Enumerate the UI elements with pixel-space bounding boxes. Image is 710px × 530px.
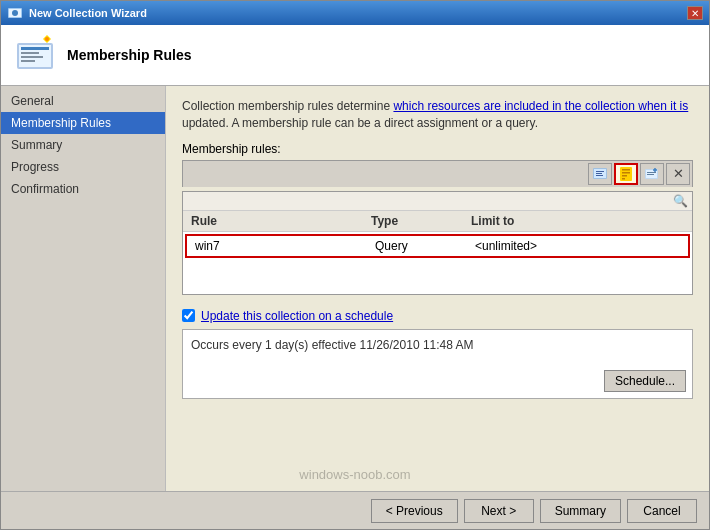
prev-button[interactable]: < Previous xyxy=(371,499,458,523)
svg-rect-14 xyxy=(596,173,602,174)
title-bar-left: New Collection Wizard xyxy=(7,5,147,21)
schedule-checkbox-label[interactable]: Update this collection on a schedule xyxy=(201,309,393,323)
wizard-header: Membership Rules xyxy=(1,25,709,86)
schedule-checkbox[interactable] xyxy=(182,309,195,322)
svg-rect-7 xyxy=(21,56,43,58)
sidebar-item-membership-rules[interactable]: Membership Rules xyxy=(1,112,165,134)
svg-point-10 xyxy=(45,37,49,41)
add-collection-rule-button[interactable] xyxy=(640,163,664,185)
svg-point-2 xyxy=(12,10,18,16)
row-limit: <unlimited> xyxy=(471,238,684,254)
table-header: Rule Type Limit to xyxy=(183,211,692,232)
page-title: Membership Rules xyxy=(67,47,191,63)
col-header-rule: Rule xyxy=(187,213,367,229)
membership-rules-section: Membership rules: xyxy=(182,142,693,295)
row-type: Query xyxy=(371,238,471,254)
delete-icon: ✕ xyxy=(673,166,684,181)
svg-rect-17 xyxy=(622,169,630,171)
window-title: New Collection Wizard xyxy=(29,7,147,19)
rules-table-container: 🔍 Rule Type Limit to win7 Query <unlimit… xyxy=(182,191,693,295)
svg-rect-23 xyxy=(647,172,656,173)
table-row[interactable]: win7 Query <unlimited> xyxy=(185,234,690,258)
svg-rect-20 xyxy=(622,178,625,180)
svg-rect-24 xyxy=(647,174,654,175)
delete-rule-button[interactable]: ✕ xyxy=(666,163,690,185)
table-body: win7 Query <unlimited> xyxy=(183,234,692,294)
description: Collection membership rules determine wh… xyxy=(182,98,693,132)
svg-rect-13 xyxy=(596,171,604,172)
wizard-window: New Collection Wizard ✕ Membership Rules xyxy=(0,0,710,530)
add-direct-rule-button[interactable] xyxy=(588,163,612,185)
svg-rect-19 xyxy=(622,175,627,177)
schedule-checkbox-row: Update this collection on a schedule xyxy=(182,309,693,323)
schedule-button[interactable]: Schedule... xyxy=(604,370,686,392)
sidebar-item-summary[interactable]: Summary xyxy=(1,134,165,156)
row-rule: win7 xyxy=(191,238,371,254)
svg-rect-5 xyxy=(21,47,49,50)
search-icon: 🔍 xyxy=(673,194,688,208)
svg-rect-18 xyxy=(622,172,630,174)
right-panel: Collection membership rules determine wh… xyxy=(166,86,709,491)
cancel-button[interactable]: Cancel xyxy=(627,499,697,523)
description-highlight: which resources are included in the coll… xyxy=(393,99,688,113)
add-query-rule-button[interactable] xyxy=(614,163,638,185)
close-window-button[interactable]: ✕ xyxy=(687,6,703,20)
sidebar: General Membership Rules Summary Progres… xyxy=(1,86,166,491)
schedule-text: Occurs every 1 day(s) effective 11/26/20… xyxy=(191,338,474,352)
schedule-section: Update this collection on a schedule Occ… xyxy=(182,309,693,399)
svg-rect-15 xyxy=(596,175,603,176)
col-header-type: Type xyxy=(367,213,467,229)
title-bar: New Collection Wizard ✕ xyxy=(1,1,709,25)
col-header-limit: Limit to xyxy=(467,213,688,229)
footer-bar: < Previous Next > Summary Cancel xyxy=(1,491,709,529)
sidebar-item-confirmation[interactable]: Confirmation xyxy=(1,178,165,200)
svg-rect-6 xyxy=(21,52,39,54)
sidebar-item-progress[interactable]: Progress xyxy=(1,156,165,178)
schedule-box: Occurs every 1 day(s) effective 11/26/20… xyxy=(182,329,693,399)
summary-button[interactable]: Summary xyxy=(540,499,621,523)
rules-toolbar: ✕ xyxy=(182,160,693,187)
rules-label: Membership rules: xyxy=(182,142,693,156)
sidebar-item-general[interactable]: General xyxy=(1,90,165,112)
next-button[interactable]: Next > xyxy=(464,499,534,523)
header-wizard-icon xyxy=(15,35,55,75)
wizard-small-icon xyxy=(7,5,23,21)
search-row: 🔍 xyxy=(183,192,692,211)
svg-rect-8 xyxy=(21,60,35,62)
